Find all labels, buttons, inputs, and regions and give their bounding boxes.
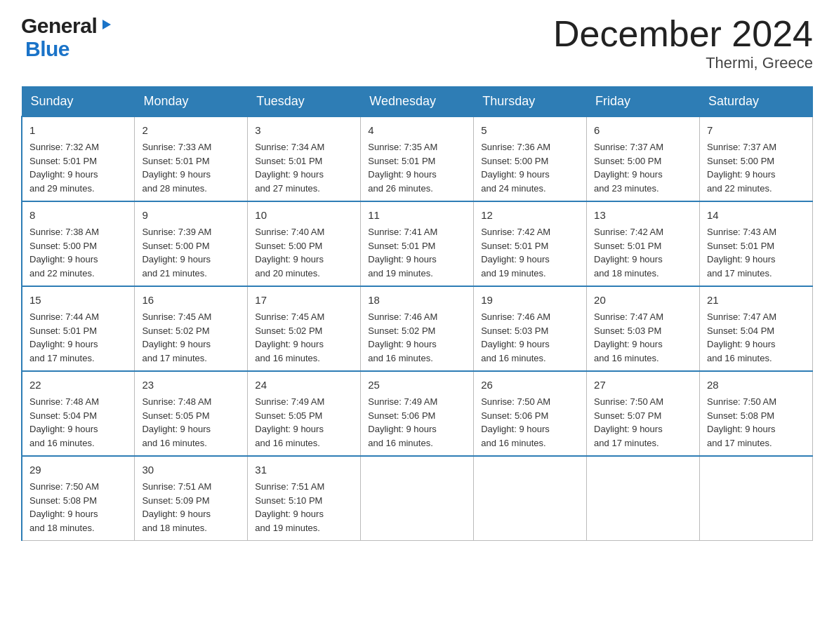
table-row: 24 Sunrise: 7:49 AMSunset: 5:05 PMDaylig… (248, 371, 361, 456)
logo-general-text: General (21, 14, 97, 37)
day-info: Sunrise: 7:51 AMSunset: 5:09 PMDaylight:… (142, 481, 211, 533)
day-info: Sunrise: 7:50 AMSunset: 5:08 PMDaylight:… (707, 396, 776, 448)
day-number: 5 (481, 123, 579, 138)
day-number: 19 (481, 293, 579, 308)
day-number: 30 (142, 462, 240, 478)
day-info: Sunrise: 7:41 AMSunset: 5:01 PMDaylight:… (368, 227, 437, 279)
day-number: 22 (29, 377, 127, 393)
day-number: 10 (255, 208, 353, 223)
header-tuesday: Tuesday (248, 87, 361, 117)
table-row: 7 Sunrise: 7:37 AMSunset: 5:00 PMDayligh… (700, 116, 813, 201)
table-row (474, 456, 587, 541)
day-number: 25 (368, 377, 466, 393)
day-info: Sunrise: 7:37 AMSunset: 5:00 PMDaylight:… (594, 142, 663, 194)
day-number: 15 (29, 293, 127, 308)
day-info: Sunrise: 7:45 AMSunset: 5:02 PMDaylight:… (255, 311, 324, 363)
day-number: 20 (594, 293, 692, 308)
table-row: 12 Sunrise: 7:42 AMSunset: 5:01 PMDaylig… (474, 201, 587, 286)
table-row: 3 Sunrise: 7:34 AMSunset: 5:01 PMDayligh… (248, 116, 361, 201)
table-row: 29 Sunrise: 7:50 AMSunset: 5:08 PMDaylig… (22, 456, 135, 541)
day-info: Sunrise: 7:50 AMSunset: 5:06 PMDaylight:… (481, 396, 550, 448)
table-row (361, 456, 474, 541)
day-info: Sunrise: 7:48 AMSunset: 5:05 PMDaylight:… (142, 396, 211, 448)
table-row: 22 Sunrise: 7:48 AMSunset: 5:04 PMDaylig… (22, 371, 135, 456)
table-row: 30 Sunrise: 7:51 AMSunset: 5:09 PMDaylig… (135, 456, 248, 541)
table-row: 17 Sunrise: 7:45 AMSunset: 5:02 PMDaylig… (248, 286, 361, 371)
calendar-title: December 2024 (553, 14, 813, 54)
calendar-week-row: 22 Sunrise: 7:48 AMSunset: 5:04 PMDaylig… (22, 371, 813, 456)
day-number: 4 (368, 123, 466, 138)
svg-marker-0 (102, 20, 111, 29)
table-row: 14 Sunrise: 7:43 AMSunset: 5:01 PMDaylig… (700, 201, 813, 286)
day-info: Sunrise: 7:51 AMSunset: 5:10 PMDaylight:… (255, 481, 324, 533)
day-number: 2 (142, 123, 240, 138)
header-saturday: Saturday (700, 87, 813, 117)
day-info: Sunrise: 7:35 AMSunset: 5:01 PMDaylight:… (368, 142, 437, 194)
day-info: Sunrise: 7:39 AMSunset: 5:00 PMDaylight:… (142, 227, 211, 279)
table-row: 19 Sunrise: 7:46 AMSunset: 5:03 PMDaylig… (474, 286, 587, 371)
header-monday: Monday (135, 87, 248, 117)
table-row: 13 Sunrise: 7:42 AMSunset: 5:01 PMDaylig… (587, 201, 700, 286)
table-row: 26 Sunrise: 7:50 AMSunset: 5:06 PMDaylig… (474, 371, 587, 456)
calendar-week-row: 29 Sunrise: 7:50 AMSunset: 5:08 PMDaylig… (22, 456, 813, 541)
table-row: 23 Sunrise: 7:48 AMSunset: 5:05 PMDaylig… (135, 371, 248, 456)
calendar-subtitle: Thermi, Greece (553, 54, 813, 72)
day-info: Sunrise: 7:47 AMSunset: 5:03 PMDaylight:… (594, 311, 663, 363)
logo-arrow-icon (98, 17, 114, 35)
day-info: Sunrise: 7:49 AMSunset: 5:06 PMDaylight:… (368, 396, 437, 448)
table-row: 27 Sunrise: 7:50 AMSunset: 5:07 PMDaylig… (587, 371, 700, 456)
table-row: 15 Sunrise: 7:44 AMSunset: 5:01 PMDaylig… (22, 286, 135, 371)
calendar-week-row: 1 Sunrise: 7:32 AMSunset: 5:01 PMDayligh… (22, 116, 813, 201)
table-row (700, 456, 813, 541)
table-row: 9 Sunrise: 7:39 AMSunset: 5:00 PMDayligh… (135, 201, 248, 286)
calendar-table: Sunday Monday Tuesday Wednesday Thursday… (21, 86, 813, 541)
day-info: Sunrise: 7:38 AMSunset: 5:00 PMDaylight:… (29, 227, 99, 279)
table-row (587, 456, 700, 541)
day-number: 3 (255, 123, 353, 138)
day-number: 31 (255, 462, 353, 478)
day-number: 16 (142, 293, 240, 308)
table-row: 20 Sunrise: 7:47 AMSunset: 5:03 PMDaylig… (587, 286, 700, 371)
table-row: 31 Sunrise: 7:51 AMSunset: 5:10 PMDaylig… (248, 456, 361, 541)
day-number: 23 (142, 377, 240, 393)
table-row: 10 Sunrise: 7:40 AMSunset: 5:00 PMDaylig… (248, 201, 361, 286)
day-number: 7 (707, 123, 805, 138)
day-info: Sunrise: 7:33 AMSunset: 5:01 PMDaylight:… (142, 142, 211, 194)
day-info: Sunrise: 7:46 AMSunset: 5:02 PMDaylight:… (368, 311, 437, 363)
day-info: Sunrise: 7:42 AMSunset: 5:01 PMDaylight:… (594, 227, 663, 279)
day-number: 14 (707, 208, 805, 223)
header-friday: Friday (587, 87, 700, 117)
day-info: Sunrise: 7:42 AMSunset: 5:01 PMDaylight:… (481, 227, 550, 279)
header-wednesday: Wednesday (361, 87, 474, 117)
day-number: 27 (594, 377, 692, 393)
page-header: General Blue December 2024 Thermi, Greec… (21, 14, 813, 72)
table-row: 18 Sunrise: 7:46 AMSunset: 5:02 PMDaylig… (361, 286, 474, 371)
table-row: 4 Sunrise: 7:35 AMSunset: 5:01 PMDayligh… (361, 116, 474, 201)
table-row: 25 Sunrise: 7:49 AMSunset: 5:06 PMDaylig… (361, 371, 474, 456)
day-number: 9 (142, 208, 240, 223)
day-number: 18 (368, 293, 466, 308)
header-sunday: Sunday (22, 87, 135, 117)
logo-blue-text: Blue (25, 37, 70, 60)
logo: General Blue (21, 14, 114, 60)
title-block: December 2024 Thermi, Greece (553, 14, 813, 72)
day-info: Sunrise: 7:43 AMSunset: 5:01 PMDaylight:… (707, 227, 776, 279)
day-number: 17 (255, 293, 353, 308)
table-row: 16 Sunrise: 7:45 AMSunset: 5:02 PMDaylig… (135, 286, 248, 371)
day-number: 8 (29, 208, 127, 223)
day-number: 6 (594, 123, 692, 138)
day-info: Sunrise: 7:49 AMSunset: 5:05 PMDaylight:… (255, 396, 324, 448)
day-number: 11 (368, 208, 466, 223)
day-info: Sunrise: 7:32 AMSunset: 5:01 PMDaylight:… (29, 142, 99, 194)
day-number: 28 (707, 377, 805, 393)
day-number: 26 (481, 377, 579, 393)
day-number: 24 (255, 377, 353, 393)
day-number: 13 (594, 208, 692, 223)
day-number: 21 (707, 293, 805, 308)
day-info: Sunrise: 7:34 AMSunset: 5:01 PMDaylight:… (255, 142, 324, 194)
table-row: 5 Sunrise: 7:36 AMSunset: 5:00 PMDayligh… (474, 116, 587, 201)
day-number: 29 (29, 462, 127, 478)
table-row: 6 Sunrise: 7:37 AMSunset: 5:00 PMDayligh… (587, 116, 700, 201)
table-row: 28 Sunrise: 7:50 AMSunset: 5:08 PMDaylig… (700, 371, 813, 456)
table-row: 1 Sunrise: 7:32 AMSunset: 5:01 PMDayligh… (22, 116, 135, 201)
